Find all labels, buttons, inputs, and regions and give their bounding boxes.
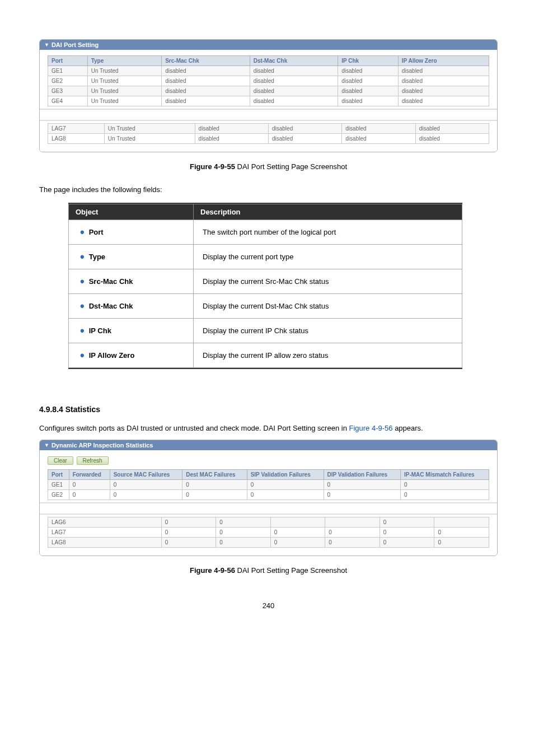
table-cell: 0 [182, 490, 247, 500]
column-header: Source MAC Failures [110, 470, 182, 480]
table-cutout [39, 106, 498, 123]
table-cell: Un Trusted [104, 134, 195, 144]
panel-header[interactable]: ▼ Dynamic ARP Inspection Statistics [40, 440, 497, 450]
field-description-cell: Display the current IP Chk status [194, 319, 462, 343]
collapse-arrow-icon: ▼ [44, 442, 49, 448]
column-header: Port [48, 56, 88, 66]
table-row: LAG7Un Trusteddisableddisableddisableddi… [48, 124, 489, 134]
field-object-label: IP Allow Zero [89, 351, 135, 360]
field-description-cell: Display the current Dst-Mac Chk status [194, 294, 462, 319]
table-cell: disabled [250, 76, 338, 86]
table-cell: GE3 [48, 86, 88, 96]
table-cell: GE2 [48, 76, 88, 86]
field-object-cell: •IP Chk [69, 319, 194, 343]
figure-number: Figure 4-9-56 [190, 566, 235, 575]
table-cell: Un Trusted [87, 66, 162, 76]
table-cell: disabled [398, 76, 489, 86]
section-text-pre: Configures switch ports as DAI trusted o… [39, 424, 349, 432]
table-cell: 0 [434, 528, 489, 538]
fields-row: •IP ChkDisplay the current IP Chk status [69, 319, 462, 343]
table-cell: disabled [268, 134, 341, 144]
table-cell: 0 [324, 490, 400, 500]
section-heading: 4.9.8.4 Statistics [39, 405, 498, 414]
column-header: Type [87, 56, 162, 66]
intro-text: The page includes the following fields: [39, 185, 498, 194]
table-cell: GE1 [48, 66, 88, 76]
table-cell: 0 [69, 480, 110, 490]
refresh-button[interactable]: Refresh [77, 456, 109, 465]
figure-caption: Figure 4-9-56 DAI Port Setting Page Scre… [39, 566, 498, 575]
fields-table: Object Description •PortThe switch port … [68, 204, 462, 368]
table-cell: disabled [398, 66, 489, 76]
column-header: Forwarded [69, 470, 110, 480]
table-cell: disabled [162, 66, 250, 76]
dai-port-table-bottom: LAG7Un Trusteddisableddisableddisableddi… [48, 123, 489, 144]
table-cell: LAG7 [48, 124, 105, 134]
table-cell: disabled [342, 134, 415, 144]
table-cell: 0 [247, 490, 324, 500]
table-cell: disabled [338, 86, 399, 96]
column-header: Dest MAC Failures [182, 470, 247, 480]
column-header: IP-MAC Mismatch Failures [401, 470, 489, 480]
field-object-label: Src-Mac Chk [89, 277, 133, 286]
field-description-cell: The switch port number of the logical po… [194, 220, 462, 245]
table-cell: disabled [162, 96, 250, 106]
panel-header[interactable]: ▼ DAI Port Setting [40, 40, 497, 50]
table-cell [270, 517, 325, 528]
button-row: Clear Refresh [48, 456, 489, 465]
table-row: LAG6000 [48, 517, 489, 528]
table-cell: Un Trusted [87, 86, 162, 96]
table-cell: disabled [195, 124, 268, 134]
figure-text: DAI Port Setting Page Screenshot [235, 162, 347, 171]
field-object-label: Port [89, 228, 104, 236]
dai-port-table: PortTypeSrc-Mac ChkDst-Mac ChkIP ChkIP A… [48, 55, 489, 106]
table-row: GE2Un Trusteddisableddisableddisableddis… [48, 76, 489, 86]
table-cell: GE4 [48, 96, 88, 106]
table-cell: 0 [110, 490, 182, 500]
panel-body: PortTypeSrc-Mac ChkDst-Mac ChkIP ChkIP A… [40, 50, 497, 152]
arp-stats-table-bottom: LAG6000LAG7000000LAG8000000 [48, 517, 489, 548]
table-row: GE1000000 [48, 480, 489, 490]
table-row: LAG7000000 [48, 528, 489, 538]
column-header: IP Allow Zero [398, 56, 489, 66]
figure-text: DAI Port Setting Page Screenshot [235, 566, 347, 575]
fields-header-object: Object [69, 204, 194, 220]
table-cell: 0 [182, 480, 247, 490]
table-cell: disabled [250, 96, 338, 106]
fields-row: •IP Allow ZeroDisplay the current IP all… [69, 343, 462, 368]
clear-button[interactable]: Clear [48, 456, 73, 465]
table-cell: 0 [380, 517, 434, 528]
table-cell: 0 [216, 538, 271, 548]
table-row: LAG8000000 [48, 538, 489, 548]
table-cell: disabled [398, 96, 489, 106]
field-object-label: Type [89, 253, 105, 261]
table-cell: 0 [434, 538, 489, 548]
figure-link[interactable]: Figure 4-9-56 [349, 424, 392, 432]
table-row: GE1Un Trusteddisableddisableddisableddis… [48, 66, 489, 76]
arp-statistics-panel: ▼ Dynamic ARP Inspection Statistics Clea… [39, 440, 498, 556]
column-header: Port [48, 470, 69, 480]
table-cell: LAG8 [48, 134, 105, 144]
arp-stats-table: PortForwardedSource MAC FailuresDest MAC… [48, 469, 489, 500]
column-header: SIP Validation Failures [247, 470, 324, 480]
panel-title: Dynamic ARP Inspection Statistics [51, 442, 153, 449]
table-cell: disabled [342, 124, 415, 134]
table-cell: Un Trusted [87, 96, 162, 106]
table-row: GE2000000 [48, 490, 489, 500]
table-cutout [39, 500, 498, 517]
table-cell: 0 [380, 528, 434, 538]
table-cell: LAG6 [48, 517, 162, 528]
column-header: Src-Mac Chk [162, 56, 250, 66]
field-object-cell: •Dst-Mac Chk [69, 294, 194, 319]
table-cell: 0 [324, 480, 400, 490]
table-cell: disabled [338, 76, 399, 86]
table-cell: 0 [161, 517, 216, 528]
dai-port-setting-panel: ▼ DAI Port Setting PortTypeSrc-Mac ChkDs… [39, 39, 498, 152]
table-cell: 0 [161, 528, 216, 538]
table-cell: disabled [338, 96, 399, 106]
table-cell: 0 [325, 538, 380, 548]
field-object-label: Dst-Mac Chk [89, 302, 133, 310]
page-number: 240 [39, 601, 498, 610]
table-row: LAG8Un Trusteddisableddisableddisableddi… [48, 134, 489, 144]
fields-row: •Src-Mac ChkDisplay the current Src-Mac … [69, 269, 462, 294]
